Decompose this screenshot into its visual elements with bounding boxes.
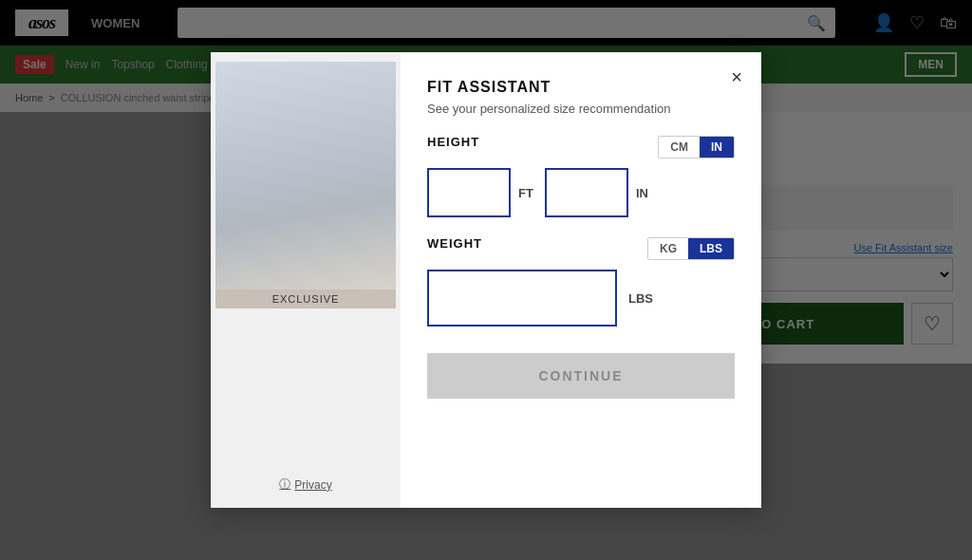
ft-label: FT [518, 186, 533, 200]
weight-section-header: WEIGHT KG LBS [427, 236, 735, 260]
height-inputs: FT IN [427, 168, 735, 217]
height-in-wrap: IN [545, 168, 648, 217]
exclusive-badge: EXCLUSIVE [215, 289, 396, 308]
privacy-link[interactable]: ⓘ Privacy [264, 461, 346, 508]
lbs-label: LBS [628, 291, 653, 306]
weight-inputs: LBS [427, 270, 735, 327]
weight-unit-toggle: KG LBS [647, 237, 735, 260]
privacy-icon: ⓘ [279, 476, 290, 493]
height-unit-toggle: CM IN [658, 136, 735, 159]
modal-right-panel: FIT ASSISTANT See your personalized size… [401, 52, 761, 508]
weight-lbs-button[interactable]: LBS [688, 238, 734, 259]
modal-subtitle: See your personalized size recommendatio… [427, 102, 735, 116]
modal-title: FIT ASSISTANT [427, 79, 735, 96]
weight-kg-button[interactable]: KG [648, 238, 688, 259]
height-section-header: HEIGHT CM IN [427, 135, 735, 159]
weight-input[interactable] [427, 270, 617, 327]
height-ft-input[interactable] [427, 168, 511, 217]
modal-left-panel: EXCLUSIVE ⓘ Privacy [211, 52, 401, 508]
height-ft-wrap: FT [427, 168, 533, 217]
fit-assistant-modal: × EXCLUSIVE ⓘ Privacy FIT ASSISTANT See … [211, 52, 761, 508]
height-in-input[interactable] [545, 168, 628, 217]
privacy-label: Privacy [294, 478, 331, 492]
product-image: EXCLUSIVE [215, 62, 396, 308]
in-label: IN [636, 186, 648, 200]
height-label: HEIGHT [427, 135, 479, 149]
modal-close-button[interactable]: × [723, 64, 750, 90]
height-in-button[interactable]: IN [700, 137, 734, 158]
height-cm-button[interactable]: CM [659, 137, 700, 158]
model-figure [215, 62, 396, 308]
continue-button[interactable]: CONTINUE [427, 353, 735, 399]
weight-label: WEIGHT [427, 236, 482, 251]
